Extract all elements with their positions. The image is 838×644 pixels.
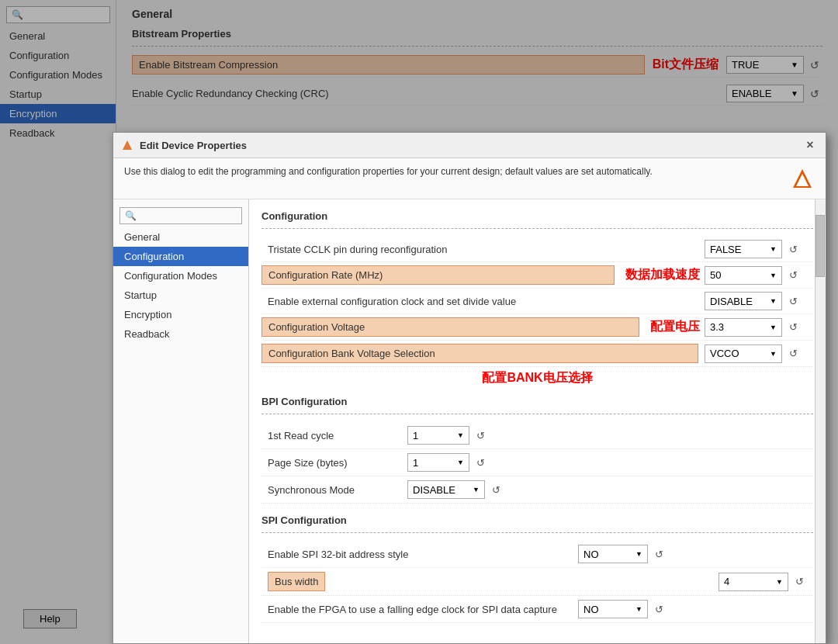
config-dropdown-voltage[interactable]: 3.3 ▼ xyxy=(705,318,782,337)
config-controls-tristate: FALSE ▼ ↺ xyxy=(705,240,813,258)
config-value-rate: 50 xyxy=(710,269,721,281)
bpi-arrow-syncmode: ▼ xyxy=(473,486,480,493)
config-section-title: Configuration xyxy=(261,210,813,222)
bpi-dropdown-readcycle[interactable]: 1 ▼ xyxy=(407,426,469,445)
config-row-voltage: Configuration Voltage 配置电压 3.3 ▼ ↺ xyxy=(261,314,813,341)
bpi-section-divider xyxy=(261,414,813,414)
spi-controls-fallingedge: NO ▼ ↺ xyxy=(578,600,667,618)
config-controls-bank: VCCO ▼ ↺ xyxy=(705,345,813,363)
config-value-extclock: DISABLE xyxy=(710,296,753,307)
config-refresh-tristate[interactable]: ↺ xyxy=(785,241,801,257)
bpi-label-pagesize: Page Size (bytes) xyxy=(268,457,407,469)
spi-label-fallingedge: Enable the FPGA to use a falling edge cl… xyxy=(268,604,578,615)
dialog-nav-readback[interactable]: Readback xyxy=(113,324,248,344)
bpi-controls-pagesize: 1 ▼ ↺ xyxy=(407,453,488,472)
bpi-row-pagesize: Page Size (bytes) 1 ▼ ↺ xyxy=(261,449,813,476)
bpi-arrow-readcycle: ▼ xyxy=(457,431,464,439)
config-value-tristate: FALSE xyxy=(710,244,741,255)
config-refresh-extclock[interactable]: ↺ xyxy=(785,293,801,309)
bpi-controls-syncmode: DISABLE ▼ ↺ xyxy=(407,480,504,499)
bpi-section-title: BPI Configuration xyxy=(261,396,813,407)
scroll-thumb[interactable] xyxy=(815,215,825,277)
scroll-track xyxy=(815,199,826,643)
config-label-bank: Configuration Bank Voltage Selection xyxy=(261,344,698,363)
dialog-close-button[interactable]: × xyxy=(802,137,818,153)
spi-controls-buswidth: 4 ▼ ↺ xyxy=(719,573,807,591)
config-dropdown-tristate[interactable]: FALSE ▼ xyxy=(705,240,782,258)
config-row-tristate: Tristate CCLK pin during reconfiguration… xyxy=(261,237,813,262)
config-label-tristate: Tristate CCLK pin during reconfiguration xyxy=(261,244,705,255)
config-dropdown-bank[interactable]: VCCO ▼ xyxy=(705,345,782,363)
dialog-search-box[interactable]: 🔍 xyxy=(119,207,242,224)
spi-row-buswidth: Bus width 4 ▼ ↺ xyxy=(261,568,813,596)
spi-row-32bit: Enable SPI 32-bit address style NO ▼ ↺ xyxy=(261,541,813,568)
dialog-sidebar: 🔍 General Configuration Configuration Mo… xyxy=(113,199,249,643)
spi-refresh-buswidth[interactable]: ↺ xyxy=(791,574,807,590)
config-dropdown-rate[interactable]: 50 ▼ xyxy=(705,266,782,285)
config-bank-annotation-container: 配置BANK电压选择 xyxy=(261,370,813,386)
dialog-desc-text: Use this dialog to edit the programming … xyxy=(124,166,782,177)
config-section-divider xyxy=(261,228,813,229)
bpi-row-syncmode: Synchronous Mode DISABLE ▼ ↺ xyxy=(261,476,813,504)
config-annotation-rate: 数据加载速度 xyxy=(625,267,700,283)
dialog-title: Edit Device Properties xyxy=(140,140,796,151)
spi-arrow-32bit: ▼ xyxy=(635,550,642,558)
bpi-dropdown-pagesize[interactable]: 1 ▼ xyxy=(407,453,469,472)
spi-value-32bit: NO xyxy=(583,549,599,560)
config-arrow-voltage: ▼ xyxy=(770,324,777,331)
config-dropdown-extclock[interactable]: DISABLE ▼ xyxy=(705,292,782,310)
spi-section-title: SPI Configuration xyxy=(261,514,813,526)
config-controls-rate: 50 ▼ ↺ xyxy=(705,266,813,285)
bpi-controls-readcycle: 1 ▼ ↺ xyxy=(407,426,488,445)
config-refresh-rate[interactable]: ↺ xyxy=(785,268,801,283)
dialog-description: Use this dialog to edit the programming … xyxy=(113,158,826,199)
dialog-search-icon: 🔍 xyxy=(125,210,137,221)
bpi-value-pagesize: 1 xyxy=(413,457,418,469)
config-arrow-bank: ▼ xyxy=(770,350,777,358)
bpi-value-readcycle: 1 xyxy=(413,430,418,441)
dialog-logo xyxy=(790,166,815,191)
bpi-refresh-syncmode[interactable]: ↺ xyxy=(488,482,504,497)
spi-refresh-32bit[interactable]: ↺ xyxy=(651,546,667,562)
dialog-nav-startup[interactable]: Startup xyxy=(113,286,248,305)
spi-dropdown-fallingedge[interactable]: NO ▼ xyxy=(578,600,648,618)
config-refresh-voltage[interactable]: ↺ xyxy=(785,320,801,335)
vivado-icon xyxy=(121,139,133,151)
spi-refresh-fallingedge[interactable]: ↺ xyxy=(651,601,667,617)
spi-controls-32bit: NO ▼ ↺ xyxy=(578,545,667,563)
config-arrow-rate: ▼ xyxy=(770,272,777,279)
config-row-rate: Configuration Rate (MHz) 数据加载速度 50 ▼ ↺ xyxy=(261,262,813,289)
spi-section-divider xyxy=(261,532,813,533)
dialog-nav-config-modes[interactable]: Configuration Modes xyxy=(113,266,248,286)
config-bank-annotation: 配置BANK电压选择 xyxy=(482,371,592,384)
bpi-label-syncmode: Synchronous Mode xyxy=(268,484,407,496)
config-controls-extclock: DISABLE ▼ ↺ xyxy=(705,292,813,310)
dialog-main-content: Configuration Tristate CCLK pin during r… xyxy=(249,199,826,643)
config-controls-voltage: 3.3 ▼ ↺ xyxy=(705,318,813,337)
spi-label-32bit: Enable SPI 32-bit address style xyxy=(268,549,578,560)
bpi-row-readcycle: 1st Read cycle 1 ▼ ↺ xyxy=(261,422,813,449)
config-label-rate: Configuration Rate (MHz) xyxy=(261,265,615,285)
dialog-title-bar: Edit Device Properties × xyxy=(113,133,826,158)
config-arrow-extclock: ▼ xyxy=(770,297,777,305)
config-arrow-tristate: ▼ xyxy=(770,245,777,253)
dialog-body: 🔍 General Configuration Configuration Mo… xyxy=(113,199,826,643)
bpi-refresh-readcycle[interactable]: ↺ xyxy=(473,428,488,443)
config-row-extclock: Enable external configuration clock and … xyxy=(261,289,813,314)
dialog-nav-encryption[interactable]: Encryption xyxy=(113,305,248,324)
config-refresh-bank[interactable]: ↺ xyxy=(785,346,801,362)
config-row-bank: Configuration Bank Voltage Selection VCC… xyxy=(261,341,813,367)
bpi-label-readcycle: 1st Read cycle xyxy=(268,430,407,441)
bpi-dropdown-syncmode[interactable]: DISABLE ▼ xyxy=(407,480,485,499)
config-label-voltage: Configuration Voltage xyxy=(261,317,639,337)
spi-dropdown-32bit[interactable]: NO ▼ xyxy=(578,545,648,563)
dialog-nav-configuration[interactable]: Configuration xyxy=(113,247,248,266)
config-label-extclock: Enable external configuration clock and … xyxy=(261,296,705,307)
config-annotation-voltage: 配置电压 xyxy=(650,319,700,335)
dialog-nav-general[interactable]: General xyxy=(113,227,248,247)
spi-arrow-buswidth: ▼ xyxy=(776,578,783,586)
spi-dropdown-buswidth[interactable]: 4 ▼ xyxy=(719,573,788,591)
config-value-voltage: 3.3 xyxy=(710,321,724,333)
bpi-refresh-pagesize[interactable]: ↺ xyxy=(473,455,488,470)
spi-row-fallingedge: Enable the FPGA to use a falling edge cl… xyxy=(261,596,813,623)
